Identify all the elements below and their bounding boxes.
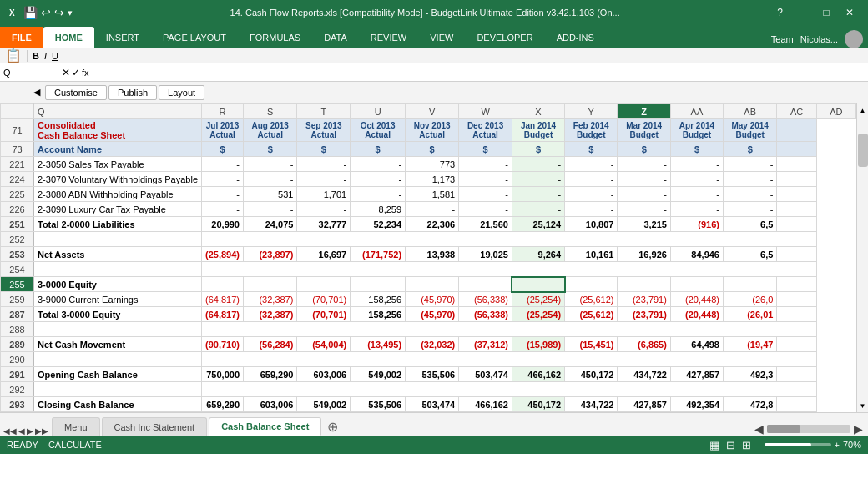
cell-253-z[interactable]: 9,264	[512, 247, 564, 262]
table-row[interactable]: 287 Total 3-0000 Equity (64,817) (32,387…	[1, 307, 856, 322]
cell-253-w[interactable]: (171,752)	[351, 247, 406, 262]
cell-221-z[interactable]: -	[512, 157, 564, 172]
cell-225-v[interactable]: 1,701	[297, 187, 351, 202]
cell-221-x[interactable]: 773	[406, 157, 459, 172]
cell-255-ad[interactable]	[724, 277, 777, 292]
cell-224-y[interactable]: -	[459, 172, 512, 187]
cell-221-v[interactable]: -	[297, 157, 351, 172]
cell-255-x[interactable]	[406, 277, 459, 292]
insert-function-icon[interactable]: fx	[82, 68, 89, 78]
cell-225-w[interactable]: -	[351, 187, 406, 202]
cell-291-t[interactable]: 750,000	[202, 367, 244, 382]
table-row[interactable]: 226 2-3090 Luxury Car Tax Payable - - - …	[1, 202, 856, 217]
cell-255-z[interactable]	[512, 277, 564, 292]
table-row[interactable]: 251 Total 2-0000 Liabilities 20,990 24,0…	[1, 217, 856, 232]
add-sheet-button[interactable]: ⊕	[323, 417, 341, 436]
layout-button[interactable]: Layout	[159, 85, 204, 100]
cell-255-ab[interactable]	[618, 277, 670, 292]
cell-221-ab[interactable]: -	[618, 157, 670, 172]
cell-291-q[interactable]: Opening Cash Balance	[34, 367, 202, 382]
cell-255-aa[interactable]	[565, 277, 618, 292]
cell-225-ab[interactable]: -	[618, 187, 670, 202]
cell-287-aa[interactable]: (25,612)	[565, 307, 618, 322]
cell-225-q[interactable]: 2-3080 ABN Withholding Payable	[34, 187, 202, 202]
cell-224-t[interactable]: -	[202, 172, 244, 187]
confirm-formula-icon[interactable]: ✓	[72, 67, 80, 78]
cell-251-ac[interactable]: (916)	[670, 217, 723, 232]
table-row[interactable]: 289 Net Cash Movement (90,710) (56,284) …	[1, 337, 856, 352]
cell-224-aa[interactable]: -	[565, 172, 618, 187]
cell-251-ad[interactable]: 6,5	[724, 217, 777, 232]
customise-button[interactable]: Customise	[45, 85, 107, 100]
cell-251-ab[interactable]: 3,215	[618, 217, 670, 232]
cell-224-ac[interactable]: -	[670, 172, 723, 187]
cell-221-y[interactable]: -	[459, 157, 512, 172]
cell-293-w[interactable]: 535,506	[351, 397, 406, 412]
cell-293-ac[interactable]: 492,354	[670, 397, 723, 412]
cell-259-ad[interactable]: (26,0	[724, 292, 777, 307]
cell-289-u[interactable]: (56,284)	[244, 337, 297, 352]
cell-221-t[interactable]: -	[202, 157, 244, 172]
cell-287-ad[interactable]: (26,01	[724, 307, 777, 322]
cell-226-w[interactable]: 8,259	[351, 202, 406, 217]
cell-291-ab[interactable]: 434,722	[618, 367, 670, 382]
cell-291-aa[interactable]: 450,172	[565, 367, 618, 382]
underline-btn[interactable]: U	[52, 51, 58, 61]
cell-251-u[interactable]: 24,075	[244, 217, 297, 232]
cell-226-ad[interactable]: -	[724, 202, 777, 217]
cell-293-t[interactable]: 659,290	[202, 397, 244, 412]
collapse-icon[interactable]: ◀	[33, 87, 40, 98]
cell-221-ac[interactable]: -	[670, 157, 723, 172]
cell-293-u[interactable]: 603,006	[244, 397, 297, 412]
table-row[interactable]: 255 3-0000 Equity	[1, 277, 856, 292]
scroll-up-button[interactable]: ▲	[857, 103, 869, 117]
cell-289-ad[interactable]: (19,47	[724, 337, 777, 352]
table-row[interactable]: 293 Closing Cash Balance 659,290 603,006…	[1, 397, 856, 412]
cell-221-q[interactable]: 2-3050 Sales Tax Payable	[34, 157, 202, 172]
cell-253-ad[interactable]: 6,5	[724, 247, 777, 262]
cell-226-q[interactable]: 2-3090 Luxury Car Tax Payable	[34, 202, 202, 217]
italic-btn[interactable]: I	[44, 51, 47, 61]
cell-287-u[interactable]: (32,387)	[244, 307, 297, 322]
cell-259-ac[interactable]: (20,448)	[670, 292, 723, 307]
horizontal-scroll-track[interactable]	[767, 425, 850, 433]
cell-289-aa[interactable]: (15,451)	[565, 337, 618, 352]
close-button[interactable]: ✕	[838, 1, 861, 24]
cell-289-ab[interactable]: (6,865)	[618, 337, 670, 352]
cell-287-ab[interactable]: (23,791)	[618, 307, 670, 322]
table-row[interactable]: 221 2-3050 Sales Tax Payable - - - - 773…	[1, 157, 856, 172]
cell-259-q[interactable]: 3-9000 Current Earnings	[34, 292, 202, 307]
cell-293-ab[interactable]: 427,857	[618, 397, 670, 412]
cell-287-x[interactable]: (45,970)	[406, 307, 459, 322]
cell-251-x[interactable]: 22,306	[406, 217, 459, 232]
tab-view[interactable]: VIEW	[418, 27, 465, 48]
undo-icon[interactable]: ↩	[41, 6, 51, 19]
cell-225-ad[interactable]: -	[724, 187, 777, 202]
cell-259-z[interactable]: (25,254)	[512, 292, 564, 307]
cell-251-w[interactable]: 52,234	[351, 217, 406, 232]
cell-289-t[interactable]: (90,710)	[202, 337, 244, 352]
cell-225-u[interactable]: 531	[244, 187, 297, 202]
cell-225-z[interactable]: -	[512, 187, 564, 202]
cell-287-v[interactable]: (70,701)	[297, 307, 351, 322]
help-button[interactable]: ?	[777, 7, 783, 18]
nav-next-icon[interactable]: ▶	[27, 426, 33, 436]
user-label[interactable]: Nicolas...	[800, 34, 838, 44]
cell-224-z[interactable]: -	[512, 172, 564, 187]
cell-259-v[interactable]: (70,701)	[297, 292, 351, 307]
cell-224-q[interactable]: 2-3070 Voluntary Withholdings Payable	[34, 172, 202, 187]
tab-data[interactable]: DATA	[312, 27, 359, 48]
cancel-formula-icon[interactable]: ✕	[62, 67, 70, 78]
minimize-button[interactable]: —	[791, 1, 815, 24]
cell-251-q[interactable]: Total 2-0000 Liabilities	[34, 217, 202, 232]
paste-icon[interactable]: 📋	[5, 48, 22, 63]
cell-291-x[interactable]: 535,506	[406, 367, 459, 382]
tab-cash-inc-statement[interactable]: Cash Inc Statement	[102, 417, 208, 436]
tab-review[interactable]: REVIEW	[359, 27, 418, 48]
cell-293-ad[interactable]: 472,8	[724, 397, 777, 412]
cell-287-t[interactable]: (64,817)	[202, 307, 244, 322]
cell-289-ac[interactable]: 64,498	[670, 337, 723, 352]
cell-255-t[interactable]	[202, 277, 244, 292]
cell-251-v[interactable]: 32,777	[297, 217, 351, 232]
cell-224-x[interactable]: 1,173	[406, 172, 459, 187]
